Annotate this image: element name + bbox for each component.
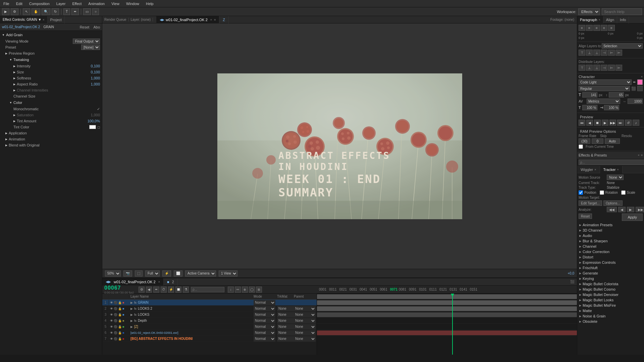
layer-solo-5[interactable]: ⚫ bbox=[114, 325, 117, 328]
effect-controls-tab[interactable]: Effect Controls: GRAIN ▼ × bbox=[0, 16, 48, 23]
layer-fx-2[interactable]: fx bbox=[134, 307, 137, 310]
project-tab[interactable]: Project bbox=[48, 16, 65, 23]
tracker-analyze-back-btn[interactable]: ◀ bbox=[618, 207, 626, 212]
font-edit-btn[interactable]: ✒ bbox=[633, 80, 636, 84]
category-audio[interactable]: ▶ Audio bbox=[577, 233, 644, 238]
category-magic-bullet-cosmo[interactable]: ▶ Magic Bullet Cosmo bbox=[577, 287, 644, 292]
layer-solo-7[interactable]: ⚫ bbox=[114, 337, 117, 341]
viewing-mode-select[interactable]: Final Output bbox=[73, 39, 100, 44]
layer-lock-6[interactable]: 🔓 bbox=[118, 331, 122, 335]
ram-resolu-input[interactable] bbox=[605, 138, 620, 144]
comp-tab-main[interactable]: ◀▶ w01-02_finalProject.OK 2 × ≡ bbox=[156, 16, 219, 23]
layer-mode-select-3[interactable]: Normal bbox=[254, 312, 275, 317]
category-color-correction[interactable]: ▶ Color Correction bbox=[577, 249, 644, 254]
layer-eye-2[interactable]: 👁 bbox=[110, 307, 113, 310]
menu-item-animation[interactable]: Animation bbox=[87, 1, 106, 6]
tint-color-swatch[interactable] bbox=[89, 125, 96, 129]
category-frischluft[interactable]: ▶ Frischluft bbox=[577, 265, 644, 270]
softness-value[interactable]: 1,000 bbox=[80, 76, 100, 80]
layer-mode-select-4[interactable]: Normal bbox=[254, 318, 275, 323]
tool-rect[interactable]: ▭ bbox=[83, 8, 91, 15]
tl-toggle-6[interactable]: 🔲 bbox=[175, 287, 181, 293]
tool-btn-1[interactable]: ▶ bbox=[2, 8, 9, 15]
effects-presets-close[interactable]: × bbox=[638, 154, 639, 157]
dist-bottom-btn[interactable]: ⊥ bbox=[593, 65, 600, 71]
scale-v-input[interactable] bbox=[604, 105, 619, 110]
layer-parent-select-7[interactable]: None bbox=[294, 336, 316, 342]
menu-item-layer[interactable]: Layer bbox=[55, 1, 67, 6]
color-header[interactable]: ▼ Color bbox=[0, 99, 102, 106]
layer-row-5[interactable]: 5 👁 ⚫ 🔓 ■ ▶ [Z] Normal bbox=[102, 324, 317, 330]
tl-btn-b[interactable]: ⚯ bbox=[235, 287, 241, 293]
timeline-tab-main-close[interactable]: × bbox=[158, 280, 160, 284]
layer-mode-select-7[interactable]: Normal bbox=[254, 336, 275, 342]
layer-eye-6[interactable]: 👁 bbox=[110, 331, 113, 335]
layer-row-6[interactable]: 6 👁 ⚫ 🔓 ■ [w01-02_reject.OK.0n50-02001.e… bbox=[102, 330, 317, 336]
category-blur-sharpen[interactable]: ▶ Blur & Sharpen bbox=[577, 238, 644, 244]
layer-eye-4[interactable]: 👁 bbox=[110, 319, 113, 322]
tint-color-eye[interactable]: ◻ bbox=[97, 125, 100, 129]
category-3d-channel[interactable]: ▶ 3D Channel bbox=[577, 228, 644, 233]
tracker-analyze-next-btn[interactable]: ▶▶ bbox=[636, 207, 644, 212]
layer-label-5[interactable]: ■ bbox=[122, 325, 124, 328]
category-keying[interactable]: ▶ Keying bbox=[577, 276, 644, 281]
layer-label-1[interactable]: ■ bbox=[122, 301, 124, 304]
tool-select[interactable]: ↖ bbox=[23, 8, 30, 15]
category-magic-bullet-colorista[interactable]: ▶ Magic Bullet Colorista bbox=[577, 281, 644, 287]
layer-fx-4[interactable]: fx bbox=[134, 319, 137, 322]
preview-play-btn[interactable]: ▶ bbox=[602, 120, 608, 126]
tl-toggle-1[interactable]: ⚙ bbox=[139, 287, 145, 293]
animation-row[interactable]: ▶ Animation bbox=[0, 136, 102, 142]
align-center-btn[interactable]: ≡ bbox=[586, 25, 593, 31]
tracker-options-btn[interactable]: Options... bbox=[603, 200, 623, 206]
font-preview-btn[interactable]: ⬛ bbox=[631, 86, 636, 91]
wiggler-close[interactable]: × bbox=[594, 168, 596, 171]
tracker-motion-source-select[interactable]: None bbox=[607, 175, 624, 180]
blend-row[interactable]: ▶ Blend with Original bbox=[0, 142, 102, 148]
wiggler-tab[interactable]: Wiggler × bbox=[577, 166, 600, 173]
ram-skip-input[interactable] bbox=[592, 138, 603, 144]
align-justify-last-btn[interactable]: ≡ bbox=[608, 25, 615, 31]
align-tab[interactable]: Align bbox=[603, 16, 617, 23]
preview-loop-btn[interactable]: ↺ bbox=[625, 120, 632, 126]
tracking-input[interactable] bbox=[628, 99, 643, 104]
effects-presets-menu[interactable]: ≡ bbox=[641, 154, 643, 157]
layer-label-3[interactable]: ■ bbox=[122, 313, 124, 316]
layer-row-3[interactable]: 3 👁 ⚫ 🔓 ■ ▶ fx LOOKS bbox=[102, 312, 317, 318]
tracker-scale-check[interactable] bbox=[621, 190, 626, 195]
info-tab[interactable]: Info bbox=[617, 16, 629, 23]
layer-row-2[interactable]: 2 👁 ⚫ 🔓 ■ ▶ fx LOOKS 2 bbox=[102, 306, 317, 312]
application-row[interactable]: ▶ Application bbox=[0, 130, 102, 136]
font-color2[interactable] bbox=[637, 86, 643, 91]
workspace-select[interactable]: Effects bbox=[578, 8, 600, 15]
tracker-close[interactable]: × bbox=[617, 168, 619, 171]
monochromatic-checkbox[interactable]: ✓ bbox=[97, 107, 100, 111]
layer-lock-1[interactable]: 🔓 bbox=[118, 301, 122, 304]
tl-btn-e[interactable]: ⊞ bbox=[256, 287, 262, 293]
tracker-edit-target-btn[interactable]: Edit Target... bbox=[579, 200, 602, 206]
tool-ellipse[interactable]: ○ bbox=[92, 8, 99, 15]
menu-item-edit[interactable]: Edit bbox=[15, 1, 24, 6]
category-magic-bullet-denoiser[interactable]: ▶ Magic Bullet Denoiser bbox=[577, 292, 644, 297]
layer-solo-1[interactable]: ⚫ bbox=[114, 301, 117, 304]
layer-eye-3[interactable]: 👁 bbox=[110, 313, 113, 316]
viewer-region-btn[interactable]: ⬚ bbox=[135, 270, 143, 277]
preview-region-row[interactable]: ▶ Preview Region bbox=[0, 50, 102, 56]
align-hcenter-btn[interactable]: ⊢ bbox=[608, 50, 615, 56]
preset-select[interactable]: [None] bbox=[81, 45, 100, 50]
preview-first-btn[interactable]: ⏮ bbox=[579, 120, 585, 126]
character-close[interactable]: × bbox=[641, 75, 643, 78]
menu-item-composition[interactable]: Composition bbox=[28, 1, 51, 6]
menu-item-view[interactable]: View bbox=[110, 1, 121, 6]
layer-solo-6[interactable]: ⚫ bbox=[114, 331, 117, 335]
layer-mode-select-2[interactable]: Normal bbox=[254, 306, 275, 311]
menu-item-effect[interactable]: Effect bbox=[71, 1, 83, 6]
category-channel[interactable]: ▶ Channel bbox=[577, 244, 644, 249]
align-vcenter-btn[interactable]: ⊥ bbox=[586, 50, 593, 56]
search-help-input[interactable] bbox=[602, 8, 642, 15]
abort-btn[interactable]: Abo bbox=[93, 25, 100, 29]
layer-label-2[interactable]: ■ bbox=[122, 307, 124, 310]
tracker-reset-btn[interactable]: Reset bbox=[579, 214, 592, 219]
paragraph-tab[interactable]: Paragraph × bbox=[577, 16, 603, 23]
tl-btn-c[interactable]: ⊕ bbox=[242, 287, 248, 293]
